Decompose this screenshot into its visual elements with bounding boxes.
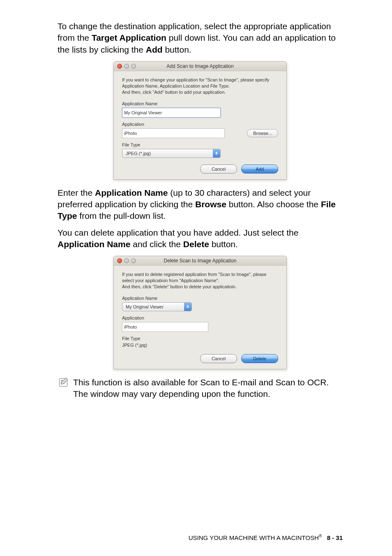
file-type-value: JPEG (*.jpg) [122,343,278,348]
note-text: This function is also available for Scan… [73,377,343,400]
titlebar: Delete Scan to Image Application [114,256,286,266]
dialog-title: Delete Scan to Image Application [114,258,286,264]
dialog-title: Add Scan to Image Application [114,63,286,69]
app-name-label: Application Name [122,101,278,106]
bold-application-name: Application Name [58,239,130,249]
bold-browse: Browse [195,199,226,209]
text: and click the [130,239,183,249]
text: button. Also choose the [226,199,321,209]
text: button. [209,239,238,249]
button-label: Cancel [212,356,226,361]
bold-application-name: Application Name [95,188,168,197]
select-value: JPEG (*.jpg) [126,151,151,156]
file-type-label: File Type [122,142,278,147]
input-value: iPhoto [124,324,137,329]
add-dialog: Add Scan to Image Application If you wan… [113,61,287,180]
page-footer: USING YOUR MACHINE WITH A MACINTOSH® 8 -… [189,534,343,541]
button-label: Add [256,167,264,171]
page-number: 8 - 31 [327,534,343,541]
application-input: iPhoto [122,322,208,332]
text: Enter the [58,188,95,197]
cancel-button[interactable]: Cancel [200,164,237,174]
bold-delete: Delete [183,239,209,249]
button-label: Browse... [253,131,272,136]
input-value: My Original Viewer [124,110,162,115]
app-name-select[interactable]: My Original Viewer [122,302,192,311]
browse-button[interactable]: Browse... [247,129,278,137]
registered-symbol: ® [319,534,322,538]
file-type-select[interactable]: JPEG (*.jpg) [122,149,221,158]
text: button. [163,45,191,54]
app-name-label: Application Name [122,296,278,301]
app-name-input[interactable]: My Original Viewer [122,108,221,118]
button-label: Cancel [212,167,226,171]
bold-add: Add [146,45,163,54]
bold-target-application: Target Application [92,33,166,42]
application-label: Application [122,315,278,320]
application-label: Application [122,122,278,127]
titlebar: Add Scan to Image Application [114,62,286,71]
add-button[interactable]: Add [241,164,278,174]
delete-dialog: Delete Scan to Image Application If you … [113,256,287,369]
instructions: If you want to delete registered applica… [122,271,278,290]
note-icon [58,377,69,388]
input-value: iPhoto [124,131,137,136]
paragraph-1: To change the destination application, s… [58,21,343,56]
text: You can delete application that you have… [58,228,298,237]
paragraph-3: You can delete application that you have… [58,227,343,250]
select-value: My Original Viewer [126,304,164,309]
paragraph-2: Enter the Application Name (up to 30 cha… [58,187,343,222]
chevron-up-down-icon [184,303,191,311]
instructions: If you want to change your application f… [122,77,278,95]
file-type-label: File Type [122,336,278,341]
button-label: Delete [253,356,266,361]
chevron-up-down-icon [213,149,220,158]
delete-button[interactable]: Delete [241,354,278,363]
application-input[interactable]: iPhoto [122,128,225,138]
text: from the pull-down list. [77,211,166,220]
footer-text: USING YOUR MACHINE WITH A MACINTOSH [189,534,319,541]
cancel-button[interactable]: Cancel [200,354,237,363]
